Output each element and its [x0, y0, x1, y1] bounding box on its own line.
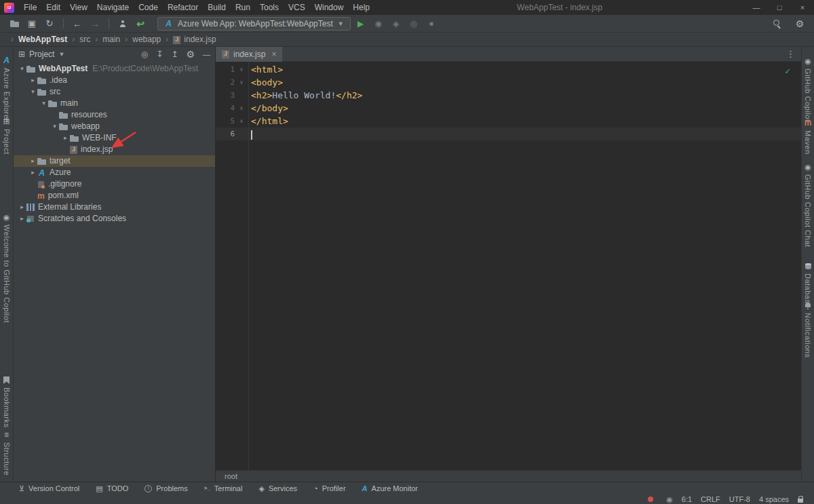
tree-item-scratches-and-consoles[interactable]: ▸Scratches and Consoles	[14, 213, 215, 225]
menu-item-code[interactable]: Code	[134, 0, 163, 15]
search-everywhere-button[interactable]	[769, 17, 784, 31]
file-encoding[interactable]: UTF-8	[729, 495, 750, 503]
menu-item-window[interactable]: Window	[310, 0, 349, 15]
inspections-ok-check-icon[interactable]: ✓	[785, 66, 790, 76]
collapse-all-icon[interactable]	[171, 50, 178, 58]
code-line-1[interactable]: 1∨<html>	[216, 63, 801, 76]
stop-button[interactable]	[424, 17, 439, 31]
tree-item-gitignore[interactable]: .gitignore	[14, 178, 215, 190]
menu-item-file[interactable]: File	[19, 0, 41, 15]
tool-window-button-services[interactable]: Services	[258, 484, 297, 492]
project-panel-title[interactable]: Project	[29, 50, 54, 59]
menu-item-navigate[interactable]: Navigate	[92, 0, 134, 15]
caret-position[interactable]: 6:1	[682, 495, 692, 503]
menu-item-help[interactable]: Help	[348, 0, 374, 15]
tool-window-button-github-copilot[interactable]: GitHub Copilot	[802, 58, 814, 122]
expand-all-icon[interactable]	[156, 50, 163, 58]
tool-window-button-structure[interactable]: Structure	[0, 431, 13, 476]
fold-end-icon[interactable]: ∧	[235, 102, 248, 115]
notification-dot-icon[interactable]	[648, 497, 653, 502]
sync-button[interactable]	[42, 17, 57, 31]
select-opened-file-icon[interactable]	[141, 50, 148, 58]
tool-window-button-azure-monitor[interactable]: Azure Monitor	[362, 484, 418, 492]
tree-item-external-libraries[interactable]: ▸External Libraries	[14, 201, 215, 213]
chevron-right-icon[interactable]: ▸	[18, 201, 26, 213]
profile-button[interactable]	[406, 17, 421, 31]
tree-item-target[interactable]: ▸target	[14, 155, 215, 167]
menu-item-build[interactable]: Build	[203, 0, 231, 15]
tool-window-button-welcome-to-github-copilot[interactable]: Welcome to GitHub Copilot	[0, 214, 13, 323]
menu-item-view[interactable]: View	[65, 0, 92, 15]
code-editor[interactable]: 1∨<html>2∨<body>3<h2>Hello World!</h2>4∧…	[216, 62, 801, 470]
run-button[interactable]	[353, 17, 368, 31]
tree-item-web-inf[interactable]: ▸WEB-INF	[14, 132, 215, 144]
forward-button[interactable]	[88, 17, 102, 31]
tool-window-button-terminal[interactable]: Terminal	[204, 484, 243, 492]
gear-icon[interactable]	[186, 50, 195, 59]
tree-item-webapptest[interactable]: ▾WebAppTestE:\ProductCode\WebAppTest	[14, 63, 215, 75]
tool-window-button-version-control[interactable]: Version Control	[19, 484, 79, 492]
chevron-down-icon[interactable]: ▼	[58, 51, 64, 58]
back-button[interactable]	[70, 17, 85, 31]
annotate-button[interactable]	[115, 17, 130, 31]
tool-window-button-profiler[interactable]: Profiler	[313, 484, 346, 492]
code-line-6[interactable]: 6	[216, 128, 801, 140]
indent-setting[interactable]: 4 spaces	[759, 495, 789, 503]
breadcrumb-webapp[interactable]: webapp	[120, 35, 161, 44]
fold-start-icon[interactable]: ∨	[235, 76, 248, 89]
menu-item-tools[interactable]: Tools	[255, 0, 284, 15]
settings-button[interactable]	[792, 17, 807, 31]
chevron-right-icon[interactable]: ▸	[28, 75, 37, 86]
minimize-button[interactable]: —	[745, 0, 768, 15]
tool-window-button-problems[interactable]: Problems	[144, 484, 187, 492]
tree-item-webapp[interactable]: ▾webapp	[14, 121, 215, 132]
tool-window-button-project[interactable]: Project	[0, 117, 13, 155]
chevron-right-icon[interactable]: ▸	[61, 132, 70, 144]
tool-window-button-github-copilot-chat[interactable]: GitHub Copilot Chat	[802, 163, 814, 247]
chevron-down-icon[interactable]: ▾	[18, 63, 26, 75]
rollback-button[interactable]	[133, 17, 148, 31]
open-button[interactable]	[7, 17, 22, 31]
save-all-button[interactable]	[24, 17, 39, 31]
breadcrumb-src[interactable]: src	[67, 35, 90, 44]
run-configuration-select[interactable]: Azure Web App: WebAppTest:WebAppTest ▼	[157, 17, 351, 31]
menu-item-refactor[interactable]: Refactor	[163, 0, 203, 15]
editor-breadcrumb-root[interactable]: root	[225, 472, 237, 480]
tree-item-src[interactable]: ▾src	[14, 86, 215, 98]
code-line-2[interactable]: 2∨<body>	[216, 76, 801, 89]
chevron-down-icon[interactable]: ▾	[28, 86, 37, 98]
chevron-right-icon[interactable]: ▸	[28, 167, 37, 178]
fold-end-icon[interactable]: ∧	[235, 115, 248, 128]
tool-window-button-bookmarks[interactable]: Bookmarks	[0, 376, 13, 428]
copilot-status-icon[interactable]	[666, 496, 673, 503]
hide-panel-icon[interactable]	[203, 51, 210, 58]
maximize-button[interactable]: □	[768, 0, 791, 15]
breadcrumb-main[interactable]: main	[90, 35, 120, 44]
editor-tab-index-jsp[interactable]: index.jsp ×	[216, 47, 282, 62]
tab-options-kebab-icon[interactable]	[786, 50, 795, 59]
code-line-3[interactable]: 3<h2>Hello World!</h2>	[216, 89, 801, 102]
coverage-button[interactable]	[389, 17, 404, 31]
close-button[interactable]: ×	[791, 0, 814, 15]
menu-item-edit[interactable]: Edit	[41, 0, 65, 15]
tool-window-button-todo[interactable]: TODO	[96, 484, 128, 492]
lock-icon[interactable]	[798, 499, 803, 503]
chevron-down-icon[interactable]: ▾	[50, 121, 59, 132]
chevron-right-icon[interactable]: ▸	[28, 155, 37, 167]
debug-button[interactable]	[371, 17, 386, 31]
tree-item-pom-xml[interactable]: pom.xml	[14, 190, 215, 201]
tool-window-button-azure-explorer[interactable]: Azure Explorer	[0, 56, 13, 122]
tree-item-resources[interactable]: resources	[14, 109, 215, 121]
breadcrumb-webapptest[interactable]: WebAppTest	[6, 35, 67, 44]
tree-item-main[interactable]: ▾main	[14, 98, 215, 109]
tree-item-index-jsp[interactable]: index.jsp	[14, 144, 215, 155]
chevron-down-icon[interactable]: ▾	[39, 98, 48, 109]
code-line-5[interactable]: 5∧</html>	[216, 115, 801, 128]
breadcrumb-index-jsp[interactable]: index.jsp	[161, 35, 216, 44]
tree-item-azure[interactable]: ▸Azure	[14, 167, 215, 178]
menu-item-vcs[interactable]: VCS	[284, 0, 310, 15]
tool-window-button-notifications[interactable]: Notifications	[802, 302, 814, 357]
code-line-4[interactable]: 4∧</body>	[216, 102, 801, 115]
tool-window-button-maven[interactable]: Maven	[802, 119, 814, 155]
chevron-right-icon[interactable]: ▸	[18, 213, 26, 225]
